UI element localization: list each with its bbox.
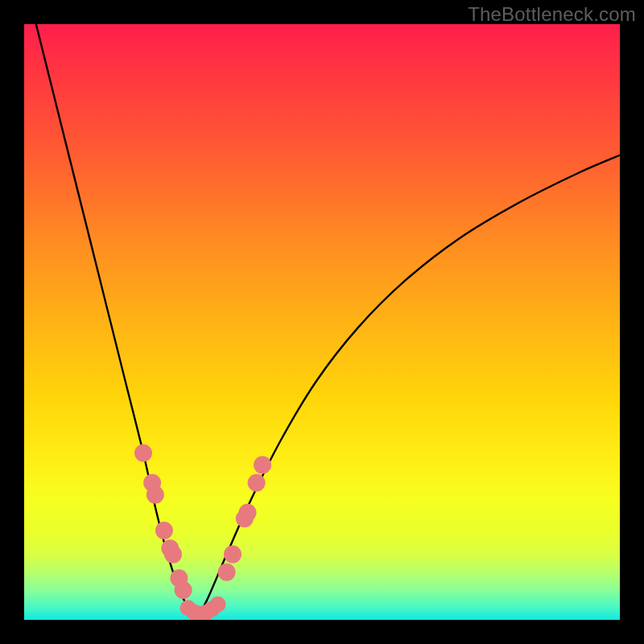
dot-left-7 — [175, 581, 192, 599]
chart-svg — [24, 24, 620, 620]
outer-frame: TheBottleneck.com — [0, 0, 644, 644]
dot-right-5 — [254, 456, 271, 474]
dot-left-2 — [147, 486, 164, 504]
watermark-text: TheBottleneck.com — [468, 3, 636, 26]
dot-right-4 — [248, 474, 266, 492]
dots-group — [134, 444, 271, 620]
dot-left-5 — [164, 546, 182, 564]
plot-area — [24, 24, 620, 620]
dot-left-3 — [155, 522, 173, 539]
dot-right-3 — [239, 504, 257, 522]
dot-bottom-5 — [210, 597, 226, 613]
dot-right-1 — [224, 546, 242, 564]
dot-left-0 — [134, 444, 152, 462]
dot-right-0 — [218, 564, 236, 581]
curves-group — [36, 24, 620, 620]
curve-right-curve — [197, 155, 620, 620]
